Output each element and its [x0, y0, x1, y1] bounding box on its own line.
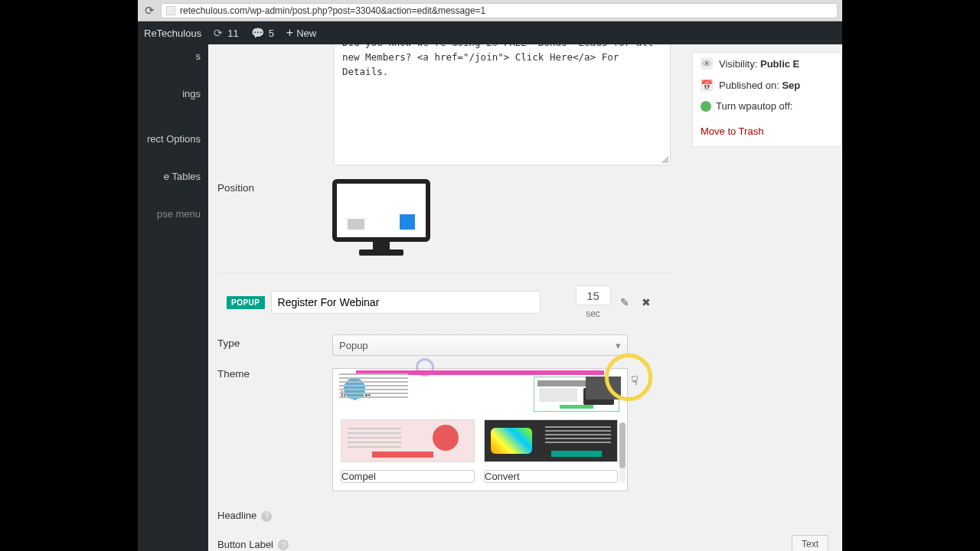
popup-title-input[interactable]: [271, 291, 541, 314]
type-label: Type: [217, 334, 332, 356]
help-icon[interactable]: ?: [278, 540, 289, 550]
sidebar-item[interactable]: rect Options: [138, 127, 208, 151]
admin-sidebar: s ings rect Options e Tables pse menu: [138, 44, 208, 551]
button-label-label: Button Label?: [217, 536, 332, 551]
sidebar-item[interactable]: s: [138, 44, 208, 68]
seconds-unit: sec: [576, 308, 611, 319]
message-body-text: Did you know we're doing 20 FREE "Bonus"…: [342, 44, 653, 77]
seconds-box[interactable]: 15 sec: [576, 285, 611, 319]
site-name[interactable]: ReTechulous: [138, 21, 207, 44]
scrollbar-thumb[interactable]: [619, 422, 626, 468]
wpautop-row[interactable]: Turn wpautop off:: [693, 96, 841, 116]
url-bar[interactable]: retechulous.com/wp-admin/post.php?post=3…: [161, 3, 838, 18]
theme-option[interactable]: [484, 419, 618, 462]
seconds-value[interactable]: 15: [576, 285, 611, 305]
edit-icon[interactable]: ✎: [617, 295, 632, 310]
updates-icon: ⟳: [214, 27, 223, 39]
close-icon[interactable]: ✖: [639, 295, 654, 310]
type-select[interactable]: Popup ▾: [332, 334, 628, 356]
reload-icon[interactable]: ⟳: [142, 4, 156, 18]
theme-option[interactable]: [341, 419, 475, 462]
chevron-down-icon: ▾: [616, 340, 621, 351]
popup-tag: POPUP: [227, 296, 265, 309]
url-text: retechulous.com/wp-admin/post.php?post=3…: [180, 5, 485, 16]
eye-icon: 👁: [701, 57, 713, 70]
published-row[interactable]: 📅Published on: Sep: [693, 74, 841, 96]
move-to-trash[interactable]: Move to Trash: [693, 116, 841, 146]
sidebar-item[interactable]: ings: [138, 82, 208, 106]
theme-dropdown[interactable]: Inspire Compel: [332, 368, 628, 491]
plus-icon: +: [286, 26, 293, 40]
message-body-textarea[interactable]: Did you know we're doing 20 FREE "Bonus"…: [334, 44, 671, 165]
help-icon[interactable]: ?: [261, 511, 272, 522]
theme-label: Theme: [217, 365, 332, 491]
scrollbar[interactable]: [619, 422, 626, 483]
status-dot-icon: [701, 101, 711, 112]
visibility-row[interactable]: 👁Visibility: Public E: [693, 53, 841, 74]
theme-option-compel[interactable]: Compel: [341, 470, 475, 483]
updates[interactable]: ⟳11: [207, 21, 244, 44]
popup-header-row: POPUP 15 sec ✎ ✖: [227, 285, 674, 319]
theme-option-convert[interactable]: Convert: [484, 470, 618, 483]
publish-box-column: 👁Visibility: Public E 📅Published on: Sep…: [692, 44, 842, 147]
type-value: Popup: [339, 340, 368, 351]
main-column: Did you know we're doing 20 FREE "Bonus"…: [208, 44, 683, 551]
browser-bar: ⟳ retechulous.com/wp-admin/post.php?post…: [138, 0, 842, 21]
new-content[interactable]: +New: [280, 21, 322, 44]
text-tab[interactable]: Text: [792, 535, 828, 551]
cursor-icon: ☟: [631, 373, 639, 388]
comments[interactable]: 💬5: [245, 21, 280, 44]
headline-label: Headline?: [217, 507, 332, 522]
position-label: Position: [217, 179, 332, 254]
calendar-icon: 📅: [701, 79, 713, 91]
admin-bar: ReTechulous ⟳11 💬5 +New: [138, 21, 842, 44]
sidebar-item[interactable]: pse menu: [138, 202, 208, 226]
position-picker[interactable]: [332, 179, 430, 254]
sidebar-item[interactable]: e Tables: [138, 165, 208, 188]
comments-icon: 💬: [251, 27, 264, 39]
site-icon: [166, 6, 175, 15]
